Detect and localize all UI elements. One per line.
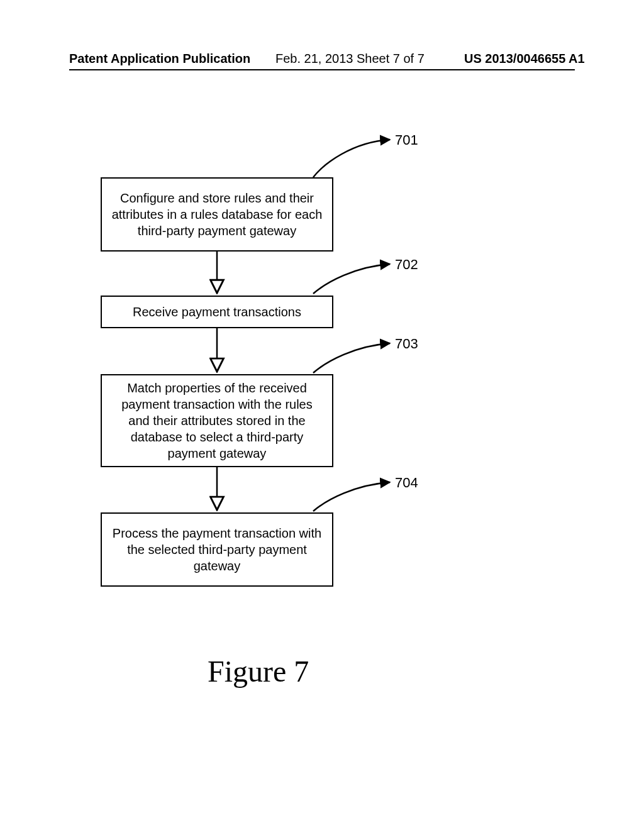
header-left: Patent Application Publication [69,52,250,66]
header-right: US 2013/0046655 A1 [464,52,585,66]
flow-box-3-text: Match properties of the received payment… [111,380,323,462]
leader-701 [313,140,390,177]
flow-box-2: Receive payment transactions [101,296,333,328]
page: Patent Application Publication Feb. 21, … [0,0,644,830]
figure-caption: Figure 7 [208,654,309,689]
flow-box-2-text: Receive payment transactions [133,304,301,320]
leader-704 [313,482,390,511]
header-rule [69,69,575,70]
flow-box-4: Process the payment transaction with the… [101,512,333,587]
ref-704: 704 [395,475,418,491]
ref-702: 702 [395,257,418,273]
leader-703 [313,343,390,373]
flow-box-1-text: Configure and store rules and their attr… [111,190,323,239]
flow-box-1: Configure and store rules and their attr… [101,177,333,252]
ref-703: 703 [395,336,418,352]
leader-702 [313,264,390,294]
header-middle: Feb. 21, 2013 Sheet 7 of 7 [275,52,425,66]
ref-701: 701 [395,132,418,148]
flow-box-3: Match properties of the received payment… [101,374,333,467]
flow-box-4-text: Process the payment transaction with the… [111,525,323,574]
